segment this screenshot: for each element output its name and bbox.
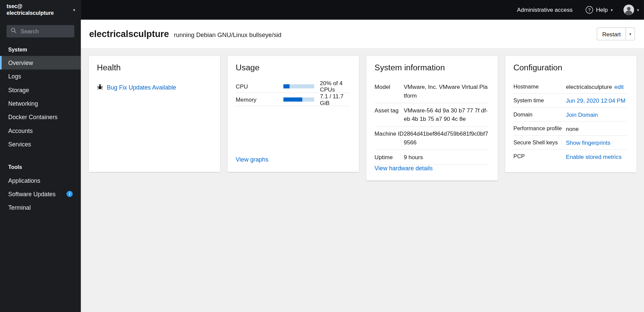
- performance-profile-value: none: [566, 125, 579, 132]
- sidebar-item-label: Networking: [8, 100, 38, 107]
- asset-tag-value: VMware-56 4d 9a 30 b7 77 7f df-eb 4b 1b …: [404, 106, 489, 123]
- avatar: [623, 4, 634, 15]
- sidebar-item-overview[interactable]: Overview: [0, 56, 81, 69]
- system-time-link[interactable]: Jun 29, 2020 12:04 PM: [566, 97, 626, 104]
- sidebar-item-label: Services: [8, 141, 31, 148]
- secure-shell-keys-row: Secure Shell keys Show fingerprints: [513, 136, 628, 150]
- masthead: Administrative access ? Help ▾ ▾: [81, 0, 644, 20]
- bug-fix-updates-link[interactable]: Bug Fix Updates Available: [107, 84, 176, 91]
- main-area: Administrative access ? Help ▾ ▾ electri…: [81, 0, 644, 312]
- performance-profile-row: Performance profile none: [513, 122, 628, 136]
- hostname-value: electricalsculpture: [566, 83, 612, 90]
- sidebar-item-networking[interactable]: Networking: [0, 97, 81, 110]
- usage-card-footer: View graphs: [236, 156, 350, 163]
- restart-dropdown-toggle[interactable]: ▾: [626, 28, 635, 40]
- os-subtitle: running Debian GNU/Linux bullseye/sid: [174, 31, 281, 38]
- system-information-card-title: System information: [374, 63, 489, 72]
- view-graphs-link[interactable]: View graphs: [236, 156, 268, 163]
- health-card: Health Bug Fix Updates Available: [89, 56, 220, 172]
- health-card-title: Health: [97, 63, 211, 72]
- hostname-row: Hostname electricalsculpture edit: [513, 80, 628, 94]
- usage-card-title: Usage: [236, 63, 350, 72]
- cockpit-app: tsec@ electricalsculpture ▾ System Overv…: [0, 0, 644, 312]
- configuration-card: Configuration Hostname electricalsculptu…: [505, 56, 637, 172]
- cpu-progress-bar: [283, 84, 314, 88]
- show-fingerprints-link[interactable]: Show fingerprints: [566, 139, 610, 146]
- pcp-row: PCP Enable stored metrics: [513, 150, 628, 163]
- asset-tag-label: Asset tag: [374, 106, 404, 123]
- chevron-down-icon: ▾: [611, 8, 613, 12]
- enable-stored-metrics-link[interactable]: Enable stored metrics: [566, 153, 621, 160]
- machine-id-label: Machine ID: [374, 130, 404, 147]
- administrative-access-label: Administrative access: [517, 7, 572, 13]
- pcp-label: PCP: [513, 153, 566, 160]
- overview-content: Health Bug Fix Updates Available: [81, 48, 644, 312]
- memory-usage-value: 7.1 / 11.7 GiB: [320, 93, 350, 106]
- host-switcher-label: tsec@ electricalsculpture: [7, 3, 73, 16]
- uptime-value: 9 hours: [404, 153, 489, 162]
- uptime-label: Uptime: [374, 153, 404, 162]
- sidebar-item-accounts[interactable]: Accounts: [0, 124, 81, 137]
- sidebar-item-terminal[interactable]: Terminal: [0, 201, 81, 214]
- sidebar-item-docker-containers[interactable]: Docker Containers: [0, 110, 81, 124]
- sidebar-item-label: Software Updates: [8, 190, 55, 197]
- sidebar-item-software-updates[interactable]: Software Updates i: [0, 187, 81, 201]
- help-label: Help: [596, 7, 608, 13]
- system-information-card-footer: View hardware details: [374, 165, 489, 172]
- memory-usage-row: Memory 7.1 / 11.7 GiB: [236, 93, 350, 106]
- sidebar-item-applications[interactable]: Applications: [0, 174, 81, 187]
- health-item: Bug Fix Updates Available: [97, 84, 211, 91]
- title-group: electricalsculpture running Debian GNU/L…: [89, 29, 597, 39]
- memory-progress-bar: [283, 98, 314, 102]
- cpu-usage-row: CPU 20% of 4 CPUs: [236, 80, 350, 93]
- usage-card: Usage CPU 20% of 4 CPUs Memory 7.1 / 11.…: [228, 56, 359, 172]
- sidebar-item-label: Terminal: [8, 204, 31, 211]
- sidebar-item-label: Accounts: [8, 127, 33, 134]
- nav-section-system: System: [0, 41, 81, 56]
- view-hardware-details-link[interactable]: View hardware details: [374, 165, 433, 172]
- hostname-label: Hostname: [513, 83, 566, 90]
- page-header: electricalsculpture running Debian GNU/L…: [81, 20, 644, 48]
- domain-label: Domain: [513, 111, 566, 117]
- sidebar-item-label: Applications: [8, 177, 40, 184]
- sidebar-item-storage[interactable]: Storage: [0, 83, 81, 97]
- session-menu[interactable]: ▾: [623, 4, 639, 15]
- sidebar: tsec@ electricalsculpture ▾ System Overv…: [0, 0, 81, 312]
- memory-progress-fill: [283, 98, 302, 102]
- uptime-row: Uptime 9 hours: [374, 150, 489, 165]
- cpu-progress-fill: [283, 84, 289, 88]
- system-time-label: System time: [513, 98, 566, 104]
- join-domain-link[interactable]: Join Domain: [566, 111, 598, 118]
- sidebar-search: [7, 25, 75, 38]
- nav-section-tools: Tools: [0, 159, 81, 174]
- configuration-card-title: Configuration: [513, 63, 628, 72]
- domain-row: Domain Join Domain: [513, 108, 628, 122]
- chevron-down-icon: ▾: [73, 8, 75, 12]
- bug-icon: [97, 84, 103, 91]
- help-menu[interactable]: ? Help ▾: [586, 6, 613, 13]
- search-input[interactable]: [20, 28, 70, 35]
- logged-in-user: tsec@: [7, 3, 73, 10]
- asset-tag-row: Asset tag VMware-56 4d 9a 30 b7 77 7f df…: [374, 103, 489, 127]
- model-row: Model VMware, Inc. VMware Virtual Platfo…: [374, 80, 489, 103]
- restart-split-button: Restart ▾: [597, 28, 635, 40]
- system-time-row: System time Jun 29, 2020 12:04 PM: [513, 94, 628, 108]
- administrative-access-button[interactable]: Administrative access: [515, 6, 575, 13]
- search-icon: [11, 28, 16, 35]
- model-label: Model: [374, 83, 404, 100]
- nav-spacer: [0, 151, 81, 159]
- system-information-card: System information Model VMware, Inc. VM…: [366, 56, 498, 180]
- hostname-edit-link[interactable]: edit: [614, 83, 624, 90]
- sidebar-item-label: Logs: [8, 73, 21, 80]
- sidebar-item-label: Overview: [8, 60, 33, 66]
- sidebar-item-logs[interactable]: Logs: [0, 70, 81, 83]
- sidebar-item-label: Docker Containers: [8, 114, 57, 120]
- restart-button[interactable]: Restart: [597, 28, 626, 40]
- machine-id-value: 2864d41bef864d759b681f9c0bf79566: [404, 130, 489, 147]
- chevron-down-icon: ▾: [637, 8, 639, 12]
- sidebar-item-services[interactable]: Services: [0, 137, 81, 151]
- cpu-label: CPU: [236, 83, 278, 90]
- host-switcher[interactable]: tsec@ electricalsculpture ▾: [0, 0, 81, 20]
- question-circle-icon: ?: [586, 6, 593, 13]
- performance-profile-label: Performance profile: [513, 126, 566, 132]
